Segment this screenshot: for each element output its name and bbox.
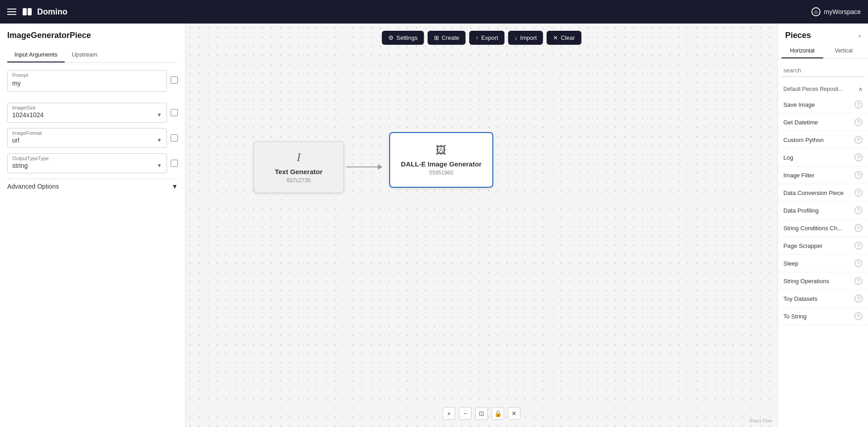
imageformat-checkbox[interactable] xyxy=(171,134,178,142)
top-navbar: Domino ⊙ myWorspace xyxy=(0,0,868,24)
imagesize-field-row: ImageSize 1024x1024 ▼ xyxy=(7,103,178,123)
advanced-options-toggle[interactable]: Advanced Options ▼ xyxy=(7,179,178,194)
export-icon: ↑ xyxy=(476,34,479,41)
piece-item[interactable]: Get Datetime? xyxy=(778,114,868,131)
import-button[interactable]: ↓ Import xyxy=(508,31,543,45)
outputtypetype-field-row: OutputTypeType string ▼ xyxy=(7,153,178,173)
piece-item-help-icon[interactable]: ? xyxy=(854,153,863,161)
clear-button[interactable]: ✕ Clear xyxy=(547,31,581,45)
tab-upstream[interactable]: Upstream xyxy=(65,47,105,62)
piece-item-help-icon[interactable]: ? xyxy=(854,224,863,232)
piece-item-label: String Conditions Ch... xyxy=(783,225,854,232)
app-name: Domino xyxy=(37,7,67,17)
piece-item-help-icon[interactable]: ? xyxy=(854,171,863,179)
flow-arrow xyxy=(346,164,382,170)
pieces-section-label: Default Pieces Reposit... xyxy=(783,86,843,92)
piece-item-label: To String xyxy=(783,313,854,320)
piece-item-help-icon[interactable]: ? xyxy=(854,189,863,197)
domino-logo-icon xyxy=(22,6,33,17)
imageformat-value: url xyxy=(12,137,19,144)
piece-item-help-icon[interactable]: ? xyxy=(854,206,863,214)
tab-input-arguments[interactable]: Input Arguments xyxy=(7,47,65,62)
settings-icon: ⚙ xyxy=(388,34,394,41)
piece-item[interactable]: Sleep? xyxy=(778,255,868,272)
right-panel-toggle-button[interactable]: › xyxy=(858,32,861,39)
piece-item[interactable]: String Operations? xyxy=(778,272,868,290)
piece-item-label: Sleep xyxy=(783,260,854,267)
imagesize-checkbox[interactable] xyxy=(171,109,178,116)
prompt-checkbox[interactable] xyxy=(171,76,178,84)
outputtypetype-select-wrapper: OutputTypeType string ▼ xyxy=(7,153,167,173)
outputtypetype-value: string xyxy=(12,162,28,169)
piece-item-label: Data Profiling xyxy=(783,207,854,214)
piece-item-help-icon[interactable]: ? xyxy=(854,136,863,144)
arrow-line xyxy=(346,166,378,167)
piece-item-help-icon[interactable]: ? xyxy=(854,242,863,250)
tab-vertical[interactable]: Vertical xyxy=(823,44,865,58)
piece-item[interactable]: String Conditions Ch...? xyxy=(778,219,868,237)
text-generator-id: 637c2735 xyxy=(261,177,336,184)
tab-horizontal[interactable]: Horizontal xyxy=(782,44,823,58)
piece-item-help-icon[interactable]: ? xyxy=(854,259,863,267)
outputtypetype-field-wrapper: OutputTypeType string ▼ xyxy=(7,153,167,173)
expand-button[interactable]: ✕ xyxy=(508,407,520,420)
piece-item-label: Log xyxy=(783,154,854,161)
pieces-search-input[interactable] xyxy=(782,64,864,77)
pieces-section-header: Default Pieces Reposit... ∧ xyxy=(778,82,868,96)
dalle-id: 55951960 xyxy=(399,170,483,176)
settings-button[interactable]: ⚙ Settings xyxy=(382,31,424,45)
piece-item-label: Data Conversion Piece xyxy=(783,190,854,196)
user-menu[interactable]: ⊙ myWorspace xyxy=(811,7,861,16)
advanced-options-icon: ▼ xyxy=(172,183,178,190)
lock-button[interactable]: 🔒 xyxy=(491,407,504,420)
piece-item[interactable]: Toy Datasets? xyxy=(778,290,868,308)
react-flow-label: React Flow xyxy=(749,418,772,423)
zoom-in-button[interactable]: + xyxy=(443,407,455,420)
dalle-title: DALL-E Image Generator xyxy=(399,160,483,168)
pieces-section-toggle[interactable]: ∧ xyxy=(858,86,863,92)
right-panel-header: Pieces › xyxy=(778,24,868,44)
piece-item[interactable]: Save Image? xyxy=(778,96,868,114)
text-generator-node[interactable]: I Text Generator 637c2735 xyxy=(253,141,344,193)
clear-icon: ✕ xyxy=(553,34,558,41)
fit-button[interactable]: ⊡ xyxy=(475,407,488,420)
piece-item[interactable]: Data Conversion Piece? xyxy=(778,184,868,202)
dalle-node[interactable]: 🖼 DALL-E Image Generator 55951960 xyxy=(389,132,493,188)
piece-item-label: Page Scrapper xyxy=(783,242,854,249)
piece-item-label: Toy Datasets xyxy=(783,295,854,302)
create-icon: ⊞ xyxy=(434,34,439,41)
piece-item[interactable]: Log? xyxy=(778,149,868,166)
outputtypetype-label: OutputTypeType xyxy=(12,156,162,161)
piece-item[interactable]: Data Profiling? xyxy=(778,202,868,219)
input-tab-bar: Input Arguments Upstream xyxy=(7,47,178,63)
import-label: Import xyxy=(520,34,537,41)
outputtypetype-select[interactable]: string ▼ xyxy=(12,162,162,169)
piece-item[interactable]: Custom Python? xyxy=(778,131,868,149)
zoom-out-button[interactable]: − xyxy=(459,407,472,420)
piece-item[interactable]: To String? xyxy=(778,308,868,325)
prompt-input[interactable] xyxy=(12,79,162,88)
imageformat-arrow-icon: ▼ xyxy=(157,137,162,143)
svg-rect-1 xyxy=(28,8,32,15)
canvas-area: ⚙ Settings ⊞ Create ↑ Export ↓ Import ✕ … xyxy=(186,24,777,427)
piece-item[interactable]: Image Filter? xyxy=(778,166,868,184)
piece-item-label: Get Datetime xyxy=(783,119,854,126)
right-panel: Pieces › Horizontal Vertical Default Pie… xyxy=(777,24,868,427)
right-panel-title: Pieces xyxy=(785,31,811,40)
piece-item-help-icon[interactable]: ? xyxy=(854,312,863,320)
imagesize-select[interactable]: 1024x1024 ▼ xyxy=(12,111,162,119)
piece-item-help-icon[interactable]: ? xyxy=(854,277,863,285)
hamburger-menu[interactable] xyxy=(7,9,16,15)
piece-item[interactable]: Page Scrapper? xyxy=(778,237,868,255)
create-button[interactable]: ⊞ Create xyxy=(428,31,466,45)
advanced-options-label: Advanced Options xyxy=(7,183,59,190)
piece-item-help-icon[interactable]: ? xyxy=(854,100,863,109)
export-button[interactable]: ↑ Export xyxy=(469,31,505,45)
piece-item-help-icon[interactable]: ? xyxy=(854,294,863,303)
pieces-list: Save Image?Get Datetime?Custom Python?Lo… xyxy=(778,96,868,325)
arrow-head-icon xyxy=(378,164,382,170)
imageformat-select[interactable]: url ▼ xyxy=(12,137,162,144)
outputtypetype-checkbox[interactable] xyxy=(171,160,178,167)
imagesize-select-wrapper: ImageSize 1024x1024 ▼ xyxy=(7,103,167,123)
piece-item-help-icon[interactable]: ? xyxy=(854,118,863,126)
